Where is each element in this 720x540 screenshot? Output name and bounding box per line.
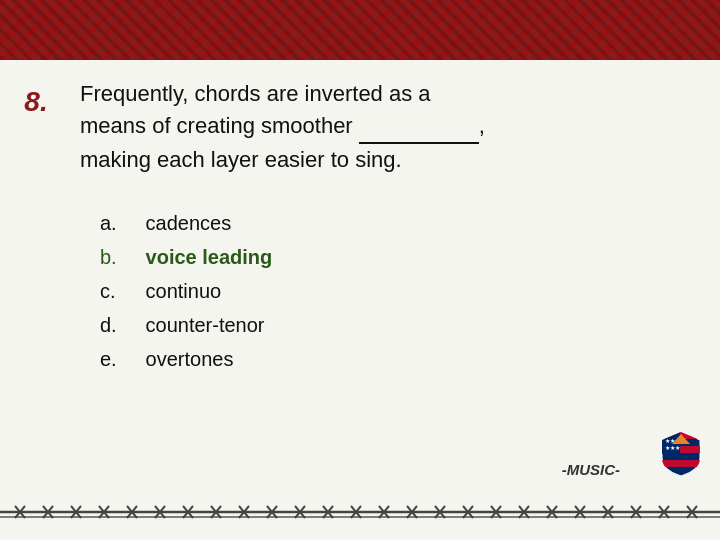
top-decorative-bar xyxy=(0,0,720,60)
answer-e-letter: e. xyxy=(100,342,140,376)
answer-d-text: counter-tenor xyxy=(146,314,265,336)
answer-e-text: overtones xyxy=(146,348,234,370)
answer-b: b. voice leading xyxy=(100,240,670,274)
answer-a-text: cadences xyxy=(146,212,232,234)
answer-a-letter: a. xyxy=(100,206,140,240)
question-text: Frequently, chords are inverted as a mea… xyxy=(80,78,670,176)
answer-d-letter: d. xyxy=(100,308,140,342)
answer-c-letter: c. xyxy=(100,274,140,308)
main-content: Frequently, chords are inverted as a mea… xyxy=(60,68,690,480)
answer-list: a. cadences b. voice leading c. continuo… xyxy=(100,206,670,376)
answer-b-text: voice leading xyxy=(146,246,273,268)
answer-e: e. overtones xyxy=(100,342,670,376)
usad-shield-icon: ★★★ ★★★ ™ xyxy=(660,430,702,478)
svg-text:★★★: ★★★ xyxy=(665,445,680,451)
answer-c: c. continuo xyxy=(100,274,670,308)
answer-c-text: continuo xyxy=(146,280,222,302)
question-number: 8. xyxy=(18,80,54,124)
answer-b-letter: b. xyxy=(100,240,140,274)
blank-space xyxy=(359,110,479,144)
svg-rect-2 xyxy=(662,460,700,467)
answer-a: a. cadences xyxy=(100,206,670,240)
svg-text:™: ™ xyxy=(698,434,702,439)
answer-d: d. counter-tenor xyxy=(100,308,670,342)
usad-logo: ★★★ ★★★ ™ xyxy=(660,430,702,478)
music-label: -MUSIC- xyxy=(562,461,620,478)
barbed-wire-decoration xyxy=(0,485,720,540)
